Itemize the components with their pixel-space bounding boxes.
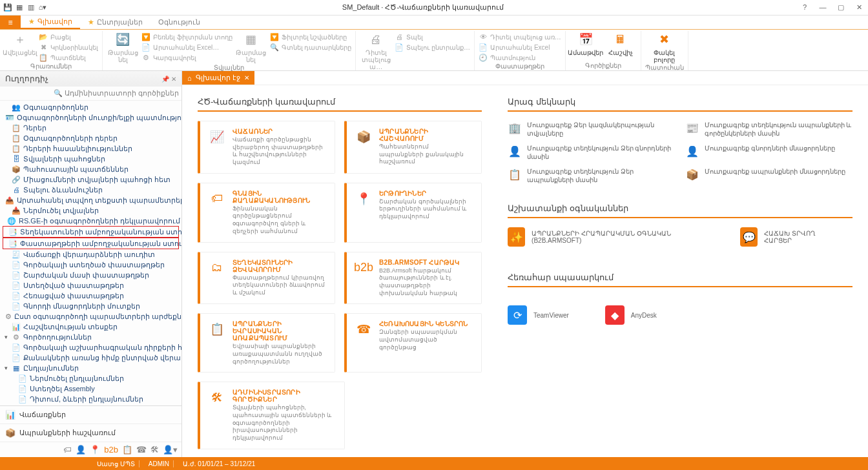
tree-item[interactable]: 📄Քանակների առանց հիմք ընտրված վերադարձեր	[0, 352, 181, 363]
export-excel-button[interactable]: 📄Արտահանել Excel…	[141, 43, 232, 52]
tree-item[interactable]: 📤Արտահանել տպվող տեքստի պարամետրերը	[0, 195, 181, 205]
tree-item[interactable]: 🔗Միացումների տվյալների պահոցի հետ	[0, 174, 181, 185]
calculator-button[interactable]: 🖩Հաշվիչ	[604, 32, 637, 56]
helper-item[interactable]: 💬ՀԱՃԱԽ ՏՐՎՈՂ ՀԱՐՑԵՐ	[740, 227, 837, 247]
tree-item[interactable]: 📄Գնորդի մնացորդների մուտքեր	[0, 301, 181, 311]
card-icon: 📍	[355, 190, 373, 208]
home-icon[interactable]: ⌂▾	[37, 3, 48, 13]
tree-item[interactable]: 📋Օգտագործողների դերեր	[0, 133, 181, 143]
quick-item[interactable]: 👤Մուտքագրեք տեղեկություն Ձեր գնորդների մ…	[508, 144, 675, 161]
save-icon[interactable]: 💾	[3, 3, 13, 13]
close-tab-icon[interactable]: ✕	[244, 74, 249, 81]
help-icon[interactable]: ?	[798, 3, 811, 12]
doc-export-button[interactable]: 📄Արտահանել Excel	[479, 43, 561, 52]
tree-group[interactable]: ▾⚙Գործողություններ	[0, 332, 181, 342]
open-button[interactable]: 📂Բացել	[39, 32, 98, 41]
tree-item[interactable]: 🗄Տվյալների պահոցներ	[0, 154, 181, 164]
remote-item[interactable]: ◆AnyDesk	[605, 305, 657, 325]
remote-item[interactable]: ⟳TeamViewer	[508, 305, 569, 325]
print-preview-button[interactable]: 🖨Դիտել տպելուց ա…	[360, 32, 392, 70]
tree-item[interactable]: 📊Հաշվետվության տեսքեր	[0, 322, 181, 332]
dashboard-card[interactable]: 📈ՎԱՃԱՌՆԵՐՎաճառքի գործընթացին վերաբերող փ…	[198, 121, 335, 174]
tab-favorites[interactable]: ★Ընտրյալներ	[80, 15, 150, 29]
load-filter-button[interactable]: 🔽Բեռնել ֆիլտրման տողը	[141, 32, 232, 41]
doc-preview-button[interactable]: 👁Դիտել տպելուց առ…	[479, 32, 561, 41]
add-button[interactable]: ＋Ավելացնել	[4, 32, 36, 56]
tree-item[interactable]: 📄Ստեղծված փաստաթղթեր	[0, 280, 181, 291]
tree-item[interactable]: 🪪Օգտագործողների մուտքի/ելքի պատմություն	[0, 112, 181, 123]
tree-item[interactable]: 👥Օգտագործողներ	[0, 102, 181, 112]
print-options-button[interactable]: 📄Տպելու ընտրանք…	[395, 43, 470, 52]
maximize-button[interactable]: ▢	[834, 3, 847, 12]
close-all-button[interactable]: ✖Փակել բոլորը	[648, 32, 681, 63]
dashboard-card[interactable]: 📦ԱՊՐԱՆՔՆԵՐԻ ՀԱՇՎԱՌՈՒՄՊահեստներում ապրանք…	[344, 121, 482, 174]
dashboard-card[interactable]: b2bB2B.ARMSOFT ՀԱՐԹԱԿB2B.Armsoft հարթակո…	[344, 252, 482, 305]
tree-group[interactable]: ▾▦Ընդլայնումներ	[0, 363, 181, 373]
quick-item[interactable]: 👤Մուտքագրեք գնորդների մնացորդները	[685, 144, 852, 161]
tree-item[interactable]: 🌐RS.GE-ի օգտագործողների դեկլարավորում	[0, 216, 181, 226]
dashboard-card[interactable]: ☎ՀԵՌԱԽՈՍԱՅԻՆ ԿԵՆՏՐՈՆԶանգերի սպասարկման ա…	[344, 313, 482, 373]
close-button[interactable]: ✕	[852, 3, 865, 12]
tree-item[interactable]: 📄Ստեղծել Assembly	[0, 383, 181, 394]
qat-icon-2[interactable]: ▥	[26, 3, 36, 13]
filter-selected-button[interactable]: 🔽Ֆիլտրել նշվածները	[270, 32, 352, 41]
doc-tab-home[interactable]: ⌂ Գլխավոր էջ ✕	[182, 71, 254, 85]
nav-mini-icon[interactable]: 📍	[90, 445, 100, 455]
nav-mini-icon[interactable]: 🏷	[63, 445, 72, 455]
tree-item[interactable]: 📄Գործակալի ստեղծած փաստաթղթեր	[0, 260, 181, 270]
helper-item[interactable]: ✨ԱՊՐԱՆՔՆԵՐԻ ՀՐԱՊԱՐԱԿՄԱՆ ՕԳՆԱԿԱՆ (B2B.ARM…	[508, 227, 704, 247]
dashboard-card[interactable]: 🗂ՏԵՂԵԿԱՏՈՒՆԵՐԻ ՁԵՎԱՎՈՐՈՒՄՓաստաթղթերում կ…	[198, 252, 335, 305]
duplicate-button[interactable]: ✖Կրկնօրինակել	[39, 43, 98, 52]
print-button[interactable]: 🖨Տպել	[395, 32, 470, 41]
nav-mini-icon[interactable]: b2b	[104, 445, 118, 455]
calendar-button[interactable]: 📅Ամսաթվեր	[570, 32, 602, 56]
quick-sales[interactable]: 📊Վաճառքներ	[0, 406, 181, 424]
navigator-search[interactable]: 🔍 Ադմինիստրատորի գործիքներ	[0, 87, 181, 101]
tree-item[interactable]: 🧾Վաճառքի վերադարձների աուդիտ	[0, 249, 181, 260]
card-title: ՏԵՂԵԿԱՏՈՒՆԵՐԻ ՁԵՎԱՎՈՐՈՒՄ	[232, 259, 327, 273]
tree-item[interactable]: 📄Հեռացված փաստաթղթեր	[0, 291, 181, 301]
nav-mini-icon[interactable]: 🛠	[150, 445, 159, 455]
tree-item[interactable]: 🖨Տպելու ձևանմուշներ	[0, 185, 181, 195]
quick-item[interactable]: 📰Մուտքագրեք տեղեկություն ապրանքների և գո…	[685, 121, 852, 138]
tab-main[interactable]: ★Գլխավոր	[21, 15, 80, 29]
dashboard-card[interactable]: 🏷ԳՆԱՅԻՆ ՔԱՂԱՔԱԿԱՆՈՒԹՅՈՒՆՖինանսական գործը…	[198, 183, 335, 243]
navigator-panel: Ուղղորդիչ 📌 ✕ 🔍 Ադմինիստրատորի գործիքներ…	[0, 71, 182, 457]
doc-history-button[interactable]: 🕘Պատմություն	[479, 53, 561, 62]
nav-mini-icon[interactable]: 👤	[76, 445, 86, 455]
nav-mini-icon[interactable]: 👤▾	[163, 445, 178, 455]
dashboard-card[interactable]: 🛠ԱԴՄԻՆԻՍՏՐԱՏՈՐԻ ԳՈՐԾԻՔՆԵՐՏվյալների պահոց…	[198, 382, 345, 449]
quick-item[interactable]: 🏢Մուտքագրեք Ձեր կազմակերպության տվյալներ…	[508, 121, 675, 138]
configure-button[interactable]: ⚙Կարգավորել	[141, 53, 232, 62]
file-button[interactable]: ≡	[0, 15, 21, 29]
tree-item[interactable]: 📄Շարժական մասի փաստաթղթեր	[0, 270, 181, 280]
dashboard-card[interactable]: 📍ԵՐԹՈՒՂԻՆԵՐՇարժական գործակալների երթուղի…	[344, 183, 482, 243]
qat-icon-1[interactable]: ▦	[14, 3, 25, 13]
pin-icon[interactable]: 📌 ✕	[161, 76, 176, 83]
tree-item[interactable]: 📑Տեղեկատուների ամբողջականության ստուգում	[3, 226, 179, 238]
navigator-tree[interactable]: 👥Օգտագործողներ🪪Օգտագործողների մուտքի/ելք…	[0, 101, 181, 405]
layout-button[interactable]: ▦Թարմաց նել	[235, 32, 267, 63]
quick-item[interactable]: 📦Մուտքագրեք ապրանքների մնացորդները	[685, 167, 852, 184]
tree-item[interactable]: 📑Փաստաթղթերի ամբողջականության ստուգում	[3, 238, 179, 249]
find-empty-button[interactable]: 🔍Գտնել դատարկները	[270, 43, 352, 52]
dashboard-card[interactable]: 📋ԱՊՐԱՆՔՆԵՐԻ ԵՎՐԱՍԻԱԿԱՆ ԱՌԱՔԱՊԱՏՈՒՄԵվրասի…	[198, 313, 335, 373]
tree-item[interactable]: 📥Ներմուծել տվյալներ	[0, 205, 181, 216]
minimize-button[interactable]: —	[816, 3, 829, 12]
tree-item[interactable]: 📄Ներմուծել ընդլայնումներ	[0, 373, 181, 383]
nav-mini-icon[interactable]: 📋	[122, 445, 132, 455]
tree-item[interactable]: 📋Դերեր	[0, 123, 181, 133]
quick-item[interactable]: 📋Մուտքագրեք տեղեկություն Ձեր ապրանքների …	[508, 167, 675, 184]
tab-help[interactable]: Օգնություն	[150, 15, 208, 29]
tree-item[interactable]: 📦Պահուստային պատճեններ	[0, 164, 181, 174]
remote-icon: ⟳	[508, 305, 527, 325]
tree-item[interactable]: 📄Դիտում, ձևերի ընդլայնումներ	[0, 394, 181, 404]
card-icon: 📈	[208, 128, 226, 146]
tree-item[interactable]: ⚙Ըստ օգտագործողի պարամետրերի արժեքներ	[0, 311, 181, 322]
quick-inventory[interactable]: 📦Ապրանքների հաշվառում	[0, 424, 181, 442]
tree-item[interactable]: 📋Դերերի հասանելիություններ	[0, 143, 181, 154]
nav-mini-icon[interactable]: ☎	[136, 445, 147, 455]
refresh-button[interactable]: 🔄Թարմաց նել	[107, 32, 139, 63]
copy-button[interactable]: 📋Պատճենել	[39, 53, 98, 62]
tree-item[interactable]: 📄Գործակալի աշխարհագրական դիրքերի հեռացու…	[0, 342, 181, 352]
